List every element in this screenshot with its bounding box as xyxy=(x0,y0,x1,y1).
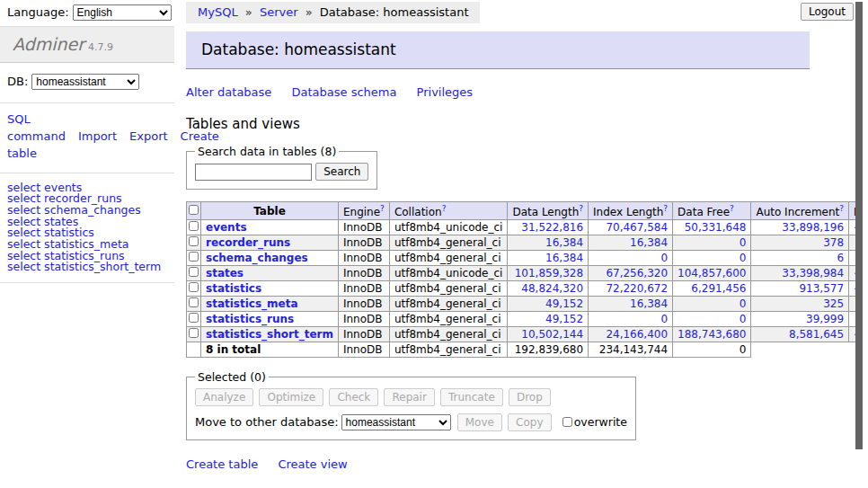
check-button[interactable]: Check xyxy=(329,388,378,406)
table-link[interactable]: statistics_runs xyxy=(206,313,294,325)
move-label: Move to other database: xyxy=(195,415,339,429)
total-collation: utf8mb4_general_ci xyxy=(389,342,508,358)
index-length-link[interactable]: 0 xyxy=(593,252,668,264)
auto-increment-link[interactable]: 378 xyxy=(756,236,844,249)
move-button[interactable]: Move xyxy=(457,413,502,431)
sidebar-actions: SQL commandImportExportCreate table xyxy=(0,103,174,173)
data-free-link[interactable]: 0 xyxy=(678,236,746,249)
table-link[interactable]: states xyxy=(206,267,244,279)
db-select[interactable]: homeassistant xyxy=(31,74,139,90)
create-table-link[interactable]: Create table xyxy=(186,457,258,471)
create-view-link[interactable]: Create view xyxy=(278,457,347,471)
auto-increment-link[interactable]: 325 xyxy=(756,297,844,310)
database-action-links: Alter database Database schema Privilege… xyxy=(186,85,810,99)
data-length-link[interactable]: 10,502,144 xyxy=(512,328,583,341)
index-length-link[interactable]: 16,384 xyxy=(593,297,668,310)
help-icon[interactable]: ? xyxy=(380,204,385,213)
auto-increment-link[interactable]: 8,581,645 xyxy=(756,328,844,341)
index-length-link[interactable]: 72,220,672 xyxy=(593,282,668,295)
data-free-link[interactable]: 6,291,456 xyxy=(678,282,746,295)
db-selector-row: DB:homeassistant xyxy=(0,63,174,103)
row-checkbox[interactable] xyxy=(189,236,199,246)
overwrite-label[interactable]: overwrite xyxy=(574,415,627,429)
auto-increment-link[interactable]: 33,898,196 xyxy=(756,221,844,234)
data-free-link[interactable]: 0 xyxy=(678,252,746,264)
data-length-link[interactable]: 49,152 xyxy=(512,313,583,325)
auto-increment-link[interactable]: 913,577 xyxy=(756,282,844,295)
repair-button[interactable]: Repair xyxy=(384,388,434,406)
optimize-button[interactable]: Optimize xyxy=(259,388,323,406)
privileges-link[interactable]: Privileges xyxy=(417,85,474,99)
data-length-link[interactable]: 49,152 xyxy=(512,297,583,310)
overwrite-checkbox[interactable] xyxy=(562,417,572,427)
data-free-link[interactable]: 104,857,600 xyxy=(678,267,746,279)
data-free-link[interactable]: 188,743,680 xyxy=(678,328,746,341)
collation-cell: utf8mb4_general_ci xyxy=(389,251,508,266)
language-select[interactable]: English xyxy=(73,4,172,21)
data-length-link[interactable]: 16,384 xyxy=(512,236,583,249)
copy-button[interactable]: Copy xyxy=(508,413,551,431)
vertical-scrollbar-track[interactable] xyxy=(855,0,868,488)
analyze-button[interactable]: Analyze xyxy=(195,388,253,406)
breadcrumb-separator: » xyxy=(306,5,313,19)
row-checkbox[interactable] xyxy=(189,282,199,292)
index-length-link[interactable]: 70,467,584 xyxy=(593,221,668,234)
sidebar-link-sql-command[interactable]: SQL command xyxy=(7,112,66,143)
sidebar-link-import[interactable]: Import xyxy=(78,129,117,143)
db-label: DB: xyxy=(7,75,28,88)
row-checkbox[interactable] xyxy=(189,221,199,231)
table-header-row: Table Engine? Collation? Data Length? In… xyxy=(187,202,868,220)
table-link[interactable]: events xyxy=(206,221,247,234)
breadcrumb-link-mysql[interactable]: MySQL xyxy=(198,5,238,19)
data-length-link[interactable]: 31,522,816 xyxy=(512,221,583,234)
help-icon[interactable]: ? xyxy=(442,204,447,213)
truncate-button[interactable]: Truncate xyxy=(440,388,503,406)
search-input[interactable] xyxy=(195,164,312,181)
data-length-link[interactable]: 16,384 xyxy=(512,252,583,264)
select-all-checkbox[interactable] xyxy=(189,205,199,215)
auto-increment-link[interactable]: 33,398,984 xyxy=(756,267,844,279)
row-checkbox[interactable] xyxy=(189,267,199,277)
data-free-link[interactable]: 0 xyxy=(678,313,746,325)
help-icon[interactable]: ? xyxy=(663,204,668,213)
search-button[interactable]: Search xyxy=(315,163,368,181)
auto-increment-link[interactable]: 6 xyxy=(756,252,844,264)
table-link[interactable]: schema_changes xyxy=(206,252,308,264)
data-length-link[interactable]: 101,859,328 xyxy=(512,267,583,279)
table-link[interactable]: statistics xyxy=(206,282,261,295)
help-icon[interactable]: ? xyxy=(579,204,583,213)
index-length-link[interactable]: 24,166,400 xyxy=(593,328,668,341)
create-links: Create table Create view xyxy=(186,457,810,471)
table-row: statistics_runs InnoDB utf8mb4_general_c… xyxy=(187,312,868,327)
language-label: Language: xyxy=(7,5,69,19)
table-link[interactable]: recorder_runs xyxy=(206,236,290,249)
breadcrumb-link-server[interactable]: Server xyxy=(260,5,298,19)
row-checkbox[interactable] xyxy=(189,328,199,338)
row-checkbox[interactable] xyxy=(189,297,199,307)
table-link[interactable]: statistics_meta xyxy=(206,297,298,310)
col-header-engine: Engine? xyxy=(338,202,389,220)
row-checkbox[interactable] xyxy=(189,252,199,262)
row-checkbox[interactable] xyxy=(189,313,199,323)
data-free-link[interactable]: 50,331,648 xyxy=(678,221,746,234)
vertical-scrollbar-thumb[interactable] xyxy=(855,2,863,449)
index-length-link[interactable]: 0 xyxy=(593,313,668,325)
move-db-select[interactable]: homeassistant xyxy=(341,414,451,430)
col-header-table: Table xyxy=(201,202,339,220)
help-icon[interactable]: ? xyxy=(839,204,844,213)
alter-database-link[interactable]: Alter database xyxy=(186,85,271,99)
help-icon[interactable]: ? xyxy=(730,204,734,213)
index-length-link[interactable]: 67,256,320 xyxy=(593,267,668,279)
drop-button[interactable]: Drop xyxy=(509,388,551,406)
data-free-link[interactable]: 0 xyxy=(678,297,746,310)
engine-cell: InnoDB xyxy=(338,266,389,281)
index-length-link[interactable]: 16,384 xyxy=(593,236,668,249)
data-length-link[interactable]: 48,824,320 xyxy=(512,282,583,295)
engine-cell: InnoDB xyxy=(338,281,389,297)
sidebar-item-select-statistics-short-term[interactable]: select statistics_short_term xyxy=(7,262,167,273)
database-schema-link[interactable]: Database schema xyxy=(292,85,397,99)
table-link[interactable]: statistics_short_term xyxy=(206,328,333,341)
auto-increment-link[interactable]: 39,999 xyxy=(756,313,844,325)
sidebar-link-export[interactable]: Export xyxy=(129,129,168,143)
engine-cell: InnoDB xyxy=(338,220,389,235)
